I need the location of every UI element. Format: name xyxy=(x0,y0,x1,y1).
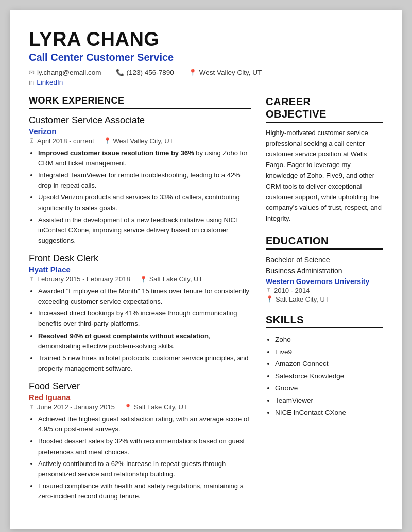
bullet-item: Integrated TeamViewer for remote trouble… xyxy=(38,170,251,191)
skill-item: Amazon Connect xyxy=(275,358,383,370)
bullet-item: Increased direct bookings by 41% increas… xyxy=(38,308,251,329)
pin-icon: 📍 xyxy=(266,295,273,303)
phone-icon: 📞 xyxy=(116,69,124,76)
job-2-bullets: Awarded "Employee of the Month" 15 times… xyxy=(29,286,251,374)
calendar-icon: 🗓 xyxy=(29,137,35,144)
pin-icon: 📍 xyxy=(124,404,132,411)
job-2-date: 🗓 February 2015 - February 2018 xyxy=(29,275,130,283)
edu-degree-text: Bachelor of Science xyxy=(266,256,330,264)
linkedin-row: in LinkedIn xyxy=(29,78,383,86)
email-value: ly.chang@email.com xyxy=(37,69,101,76)
education-section: EDUCATION Bachelor of Science Business A… xyxy=(266,235,383,303)
edu-location-text: Salt Lake City, UT xyxy=(276,295,329,303)
job-3-employer: Red Iguana xyxy=(29,393,251,402)
calendar-icon: 🗓 xyxy=(29,404,35,411)
skills-title: SKILLS xyxy=(266,313,383,328)
bullet-item: Trained 5 new hires in hotel protocols, … xyxy=(38,353,251,374)
bullet-item: Improved customer issue resolution time … xyxy=(38,148,251,169)
job-1: Customer Service Associate Verizon 🗓 Apr… xyxy=(29,115,251,246)
job-3-location: 📍 Salt Lake City, UT xyxy=(124,403,187,411)
main-layout: WORK EXPERIENCE Customer Service Associa… xyxy=(29,95,383,511)
job-1-title: Customer Service Associate xyxy=(29,115,251,126)
pin-icon: 📍 xyxy=(140,276,147,283)
contact-row: ✉ ly.chang@email.com 📞 (123) 456-7890 📍 … xyxy=(29,69,383,76)
bullet-item: Upsold Verizon products and services to … xyxy=(38,192,251,213)
edu-location: 📍 Salt Lake City, UT xyxy=(266,295,383,303)
job-1-location: 📍 West Valley City, UT xyxy=(104,137,174,145)
calendar-icon: 🗓 xyxy=(266,287,272,294)
email-icon: ✉ xyxy=(29,69,35,76)
edu-degree: Bachelor of Science Business Administrat… xyxy=(266,255,383,276)
left-column: WORK EXPERIENCE Customer Service Associa… xyxy=(29,95,251,511)
email-contact: ✉ ly.chang@email.com xyxy=(29,69,101,76)
linkedin-contact[interactable]: in LinkedIn xyxy=(29,78,63,86)
job-1-employer: Verizon xyxy=(29,127,251,136)
edu-major-text: Business Administration xyxy=(266,267,342,275)
phone-contact: 📞 (123) 456-7890 xyxy=(116,69,174,76)
bullet-item: Boosted dessert sales by 32% with recomm… xyxy=(38,436,251,457)
edu-school: Western Governors University xyxy=(266,277,383,286)
skills-section: SKILLS Zoho Five9 Amazon Connect Salesfo… xyxy=(266,313,383,419)
job-2-meta: 🗓 February 2015 - February 2018 📍 Salt L… xyxy=(29,275,251,283)
skill-item: Salesforce Knowledge xyxy=(275,370,383,383)
bullet-item: Achieved the highest guest satisfaction … xyxy=(38,414,251,435)
career-objective-title: CAREEROBJECTIVE xyxy=(266,95,383,123)
skill-item: Five9 xyxy=(275,346,383,358)
phone-value: (123) 456-7890 xyxy=(127,69,174,76)
job-1-date: 🗓 April 2018 - current xyxy=(29,137,94,145)
job-2-employer: Hyatt Place xyxy=(29,265,251,274)
location-value: West Valley City, UT xyxy=(199,69,262,76)
job-3-meta: 🗓 June 2012 - January 2015 📍 Salt Lake C… xyxy=(29,403,251,411)
job-1-bullets: Improved customer issue resolution time … xyxy=(29,148,251,246)
right-column: CAREEROBJECTIVE Highly-motivated custome… xyxy=(266,95,383,511)
skills-list: Zoho Five9 Amazon Connect Salesforce Kno… xyxy=(266,334,383,419)
work-experience-title: WORK EXPERIENCE xyxy=(29,95,251,109)
edu-dates-text: 2010 - 2014 xyxy=(274,287,310,294)
calendar-icon: 🗓 xyxy=(29,276,35,283)
job-3-title: Food Server xyxy=(29,381,251,392)
skill-item: NICE inContact CXone xyxy=(275,407,383,419)
job-2-location: 📍 Salt Lake City, UT xyxy=(140,275,203,283)
skill-item: TeamViewer xyxy=(275,394,383,407)
bullet-item: Actively contributed to a 62% increase i… xyxy=(38,459,251,479)
job-3-bullets: Achieved the highest guest satisfaction … xyxy=(29,414,251,502)
resume-page: LYRA CHANG Call Center Customer Service … xyxy=(10,10,402,529)
bullet-item: Assisted in the development of a new fee… xyxy=(38,215,251,246)
candidate-name: LYRA CHANG xyxy=(29,29,383,51)
linkedin-icon: in xyxy=(29,78,34,86)
resume-header: LYRA CHANG Call Center Customer Service … xyxy=(29,29,383,86)
job-2: Front Desk Clerk Hyatt Place 🗓 February … xyxy=(29,253,251,374)
skill-item: Zoho xyxy=(275,334,383,346)
candidate-title: Call Center Customer Service xyxy=(29,52,383,63)
edu-dates: 🗓 2010 - 2014 xyxy=(266,287,383,294)
job-1-meta: 🗓 April 2018 - current 📍 West Valley Cit… xyxy=(29,137,251,145)
skill-item: Groove xyxy=(275,382,383,394)
location-icon: 📍 xyxy=(188,69,197,76)
bullet-item: Resolved 94% of guest complaints without… xyxy=(38,331,251,352)
career-objective-section: CAREEROBJECTIVE Highly-motivated custome… xyxy=(266,95,383,224)
pin-icon: 📍 xyxy=(104,137,111,144)
education-title: EDUCATION xyxy=(266,235,383,250)
location-contact: 📍 West Valley City, UT xyxy=(188,69,262,76)
job-2-title: Front Desk Clerk xyxy=(29,253,251,264)
bullet-item: Awarded "Employee of the Month" 15 times… xyxy=(38,286,251,307)
job-3-date: 🗓 June 2012 - January 2015 xyxy=(29,403,115,411)
bullet-item: Ensured compliance with health and safet… xyxy=(38,481,251,502)
linkedin-link[interactable]: LinkedIn xyxy=(37,78,63,86)
career-objective-text: Highly-motivated customer service profes… xyxy=(266,128,383,224)
job-3: Food Server Red Iguana 🗓 June 2012 - Jan… xyxy=(29,381,251,502)
